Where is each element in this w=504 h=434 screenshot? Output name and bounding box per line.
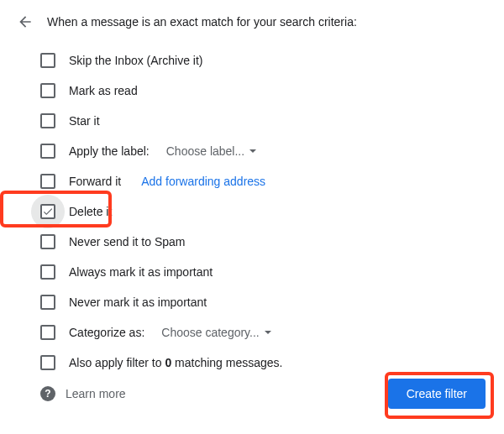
label-never-important: Never mark it as important [69,295,207,309]
option-forward-it: Forward it Add forwarding address [40,166,487,196]
label-also-apply: Also apply filter to 0 matching messages… [69,356,282,369]
label-always-important: Always mark it as important [69,265,213,279]
header: When a message is an exact match for you… [17,13,487,30]
chevron-down-icon [265,331,271,334]
learn-more-text: Learn more [66,387,126,400]
option-delete-it: Delete it [40,196,487,227]
checkbox-also-apply[interactable] [40,355,55,370]
learn-more-link[interactable]: ? Learn more [40,386,126,401]
checkbox-apply-label[interactable] [40,144,55,159]
dropdown-apply-label-text: Choose label... [166,144,244,158]
checkbox-mark-read[interactable] [40,83,55,98]
label-star-it: Star it [69,114,100,128]
dropdown-apply-label[interactable]: Choose label... [166,144,256,158]
checkbox-never-spam[interactable] [40,234,55,249]
chevron-down-icon [249,149,256,153]
dropdown-categorize-text: Choose category... [161,326,259,339]
option-categorize-as: Categorize as: Choose category... [40,317,487,348]
option-mark-read: Mark as read [40,76,487,106]
option-star-it: Star it [40,106,487,136]
checkbox-star-it[interactable] [40,113,55,128]
label-delete-it: Delete it [69,205,112,218]
create-filter-button[interactable]: Create filter [388,379,486,409]
label-apply-label: Apply the label: [69,144,150,158]
help-icon: ? [40,386,55,401]
checkbox-skip-inbox[interactable] [40,53,55,68]
back-arrow-icon[interactable] [17,13,34,30]
checkbox-always-important[interactable] [40,264,55,280]
option-skip-inbox: Skip the Inbox (Archive it) [40,45,487,76]
header-title: When a message is an exact match for you… [47,15,357,29]
dropdown-categorize-as[interactable]: Choose category... [161,326,270,339]
checkbox-forward-it[interactable] [40,174,55,189]
checkbox-categorize-as[interactable] [40,325,55,340]
filter-options: Skip the Inbox (Archive it) Mark as read… [17,45,487,378]
option-also-apply: Also apply filter to 0 matching messages… [40,348,487,378]
option-apply-label: Apply the label: Choose label... [40,136,487,166]
label-never-spam: Never send it to Spam [69,235,186,248]
option-never-important: Never mark it as important [40,287,487,317]
checkbox-delete-it[interactable] [40,204,55,219]
checkbox-never-important[interactable] [40,295,55,310]
label-skip-inbox: Skip the Inbox (Archive it) [69,54,203,67]
label-categorize-as: Categorize as: [69,326,144,339]
option-never-spam: Never send it to Spam [40,227,487,257]
footer: ? Learn more Create filter [0,379,504,409]
option-always-important: Always mark it as important [40,257,487,287]
link-add-forwarding[interactable]: Add forwarding address [141,175,265,188]
label-forward-it: Forward it [69,175,121,188]
label-mark-read: Mark as read [69,84,138,97]
